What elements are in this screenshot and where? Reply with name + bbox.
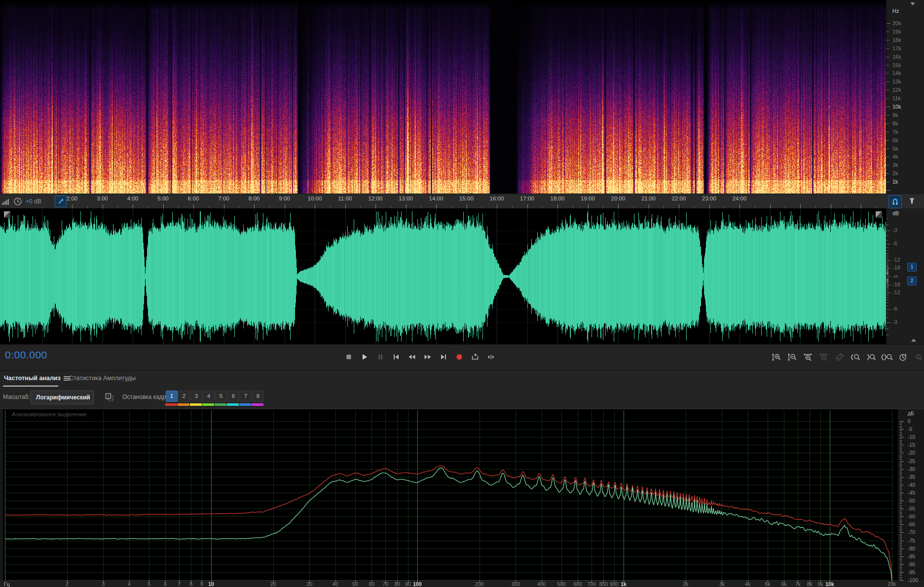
waveform-canvas[interactable]: [0, 208, 886, 344]
freq-axis-label: 8: [190, 581, 193, 587]
time-label: 3:00: [97, 196, 108, 201]
timeline-tick: [497, 204, 497, 208]
rewind-button[interactable]: [405, 350, 419, 364]
freq-axis-label: 80: [395, 581, 401, 587]
channel-1-badge[interactable]: 1: [907, 263, 917, 272]
time-label: 23:00: [702, 196, 716, 201]
hold-button-6[interactable]: 6: [227, 391, 239, 402]
pause-button[interactable]: [373, 350, 387, 364]
hold-button-7[interactable]: 7: [240, 391, 252, 402]
amplitude-ruler-label: -12: [892, 289, 900, 295]
snap-toggle-button[interactable]: [888, 195, 902, 208]
hold-button-2[interactable]: 2: [178, 391, 190, 402]
time-label: 7:00: [218, 196, 229, 201]
gain-indicator[interactable]: +0 dB: [26, 198, 41, 205]
hold-color-bar: [252, 403, 263, 406]
pin-playhead-button[interactable]: [55, 196, 67, 207]
amplitude-ruler-label: -12: [892, 257, 900, 263]
hold-button-8[interactable]: 8: [252, 391, 264, 402]
zoom-in-time-button[interactable]: [801, 351, 815, 363]
timeline-ruler[interactable]: +0 dB 2:003:004:005:006:007:008:009:0010…: [0, 194, 924, 209]
skip-to-end-button[interactable]: [437, 350, 450, 364]
zoom-selection-icon: [881, 353, 893, 361]
waveform-db-ruler[interactable]: dB -3-6-12-18-∞-18-12-6-3 1 2: [886, 208, 924, 344]
freq-axis-label: 1k: [621, 581, 627, 587]
zoom-selection-button[interactable]: [880, 351, 894, 363]
stop-button[interactable]: [342, 350, 356, 364]
spectrogram-canvas[interactable]: [0, 0, 886, 194]
timeline-tick: [345, 204, 346, 208]
freq-axis-label: 600: [574, 581, 583, 587]
frequency-ruler-label: 15k: [892, 62, 901, 68]
frequency-ruler-label: 9k: [892, 112, 898, 118]
analysis-tabbar: Частотный анализ Статистика Амплитуды: [0, 370, 924, 389]
zoom-in-point-button[interactable]: [849, 351, 862, 363]
db-axis-label: -60: [908, 513, 915, 519]
clock-icon[interactable]: [13, 197, 22, 206]
panel-splitter-handle[interactable]: ······: [452, 346, 467, 349]
zoom-out-time-button[interactable]: [817, 351, 831, 363]
waveform-view[interactable]: [0, 208, 886, 344]
frequency-ruler-label: 5k: [892, 146, 898, 152]
pause-icon: [376, 353, 384, 361]
record-button[interactable]: [452, 350, 466, 364]
timecode-display[interactable]: 0:00.000: [5, 349, 47, 361]
play-button[interactable]: [358, 350, 371, 364]
db-axis-label: 0: [908, 418, 911, 424]
timeline-tick: [103, 204, 103, 208]
corner-zoom-handle-right[interactable]: [876, 211, 882, 218]
levels-icon[interactable]: [2, 198, 10, 205]
tab-amplitude-statistics[interactable]: Статистика Амплитуды: [69, 375, 136, 382]
timeline-tick: [72, 204, 73, 208]
zoom-reset-button[interactable]: [833, 351, 847, 363]
scale-dropdown[interactable]: Логарифмический: [31, 391, 94, 404]
time-label: 15:00: [459, 196, 474, 201]
restore-time-button[interactable]: [896, 351, 910, 363]
zoom-out-amplitude-button[interactable]: [785, 351, 799, 363]
marker-button[interactable]: [907, 196, 917, 207]
timeline-tick: [163, 204, 164, 208]
skip-selection-button[interactable]: [484, 350, 498, 364]
corner-zoom-handle-left[interactable]: [4, 211, 10, 218]
timeline-tick: [557, 204, 558, 208]
timeline-tick: [861, 204, 861, 208]
zoom-in-amplitude-button[interactable]: [770, 351, 783, 363]
db-axis-label: -55: [908, 506, 915, 511]
spectrogram-view[interactable]: [0, 0, 886, 194]
frequency-ruler-label: 1k: [892, 179, 898, 185]
frequency-ruler-label: 16k: [892, 54, 901, 60]
time-label: 16:00: [490, 196, 504, 201]
time-label: 17:00: [520, 196, 534, 201]
loop-icon: [471, 353, 480, 361]
tab-frequency-analysis[interactable]: Частотный анализ: [4, 375, 70, 382]
channel-2-badge[interactable]: 2: [907, 276, 917, 285]
loop-playback-button[interactable]: [468, 350, 482, 364]
frequency-plot-canvas[interactable]: [0, 409, 924, 587]
copy-graph-button[interactable]: [105, 392, 114, 402]
freq-axis-label: 10: [208, 581, 214, 587]
frequency-ruler-label: 18k: [892, 37, 901, 43]
db-axis-label: -65: [908, 521, 915, 527]
hold-color-bar: [202, 403, 214, 406]
hold-button-5[interactable]: 5: [215, 391, 227, 402]
time-label: 18:00: [551, 196, 565, 201]
zoom-out-vertical-icon: [787, 353, 797, 361]
spectrogram-frequency-ruler[interactable]: Hz 20k19k18k17k16k15k14k13k12k11k10k9k8k…: [886, 0, 924, 194]
freq-axis-label: 400: [537, 581, 546, 587]
timeline-tick: [406, 204, 407, 208]
hold-button-1[interactable]: 1: [166, 391, 178, 402]
play-icon: [361, 353, 369, 361]
hold-button-3[interactable]: 3: [190, 391, 202, 402]
freq-axis-label: 20k: [887, 581, 896, 587]
zoom-out-point-button[interactable]: [864, 351, 878, 363]
zoom-full-button[interactable]: [912, 351, 924, 363]
fast-forward-button[interactable]: [421, 350, 435, 364]
frequency-analysis-panel[interactable]: Анализированое выделение дБ Гц 234567891…: [0, 409, 924, 587]
frequency-ruler-label: 19k: [892, 29, 901, 35]
hold-button-4[interactable]: 4: [203, 391, 215, 402]
zoom-in-vertical-icon: [772, 353, 781, 361]
amplitude-ruler-label: -6: [892, 306, 897, 312]
db-axis-label: -100: [908, 577, 918, 583]
skip-to-start-button[interactable]: [389, 350, 403, 364]
scroll-arrow-icon[interactable]: [911, 339, 916, 342]
